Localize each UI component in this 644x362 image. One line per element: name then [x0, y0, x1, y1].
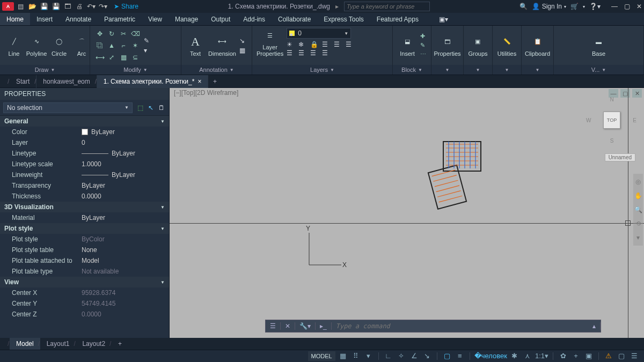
prop-value[interactable]: ByLayer: [78, 150, 169, 157]
ribbon-tab-output[interactable]: Output: [204, 13, 237, 25]
base-button[interactable]: ▬Base: [589, 34, 609, 57]
new-tab-button[interactable]: +: [208, 78, 221, 85]
prop-row[interactable]: LineweightByLayer: [0, 169, 169, 180]
search-icon[interactable]: 🔍: [519, 3, 528, 10]
prop-row[interactable]: Layer0: [0, 137, 169, 148]
block-attr-icon[interactable]: ⋯: [420, 51, 426, 58]
maximize-button[interactable]: ▢: [624, 3, 630, 10]
mirror-icon[interactable]: ▲: [106, 40, 117, 51]
ribbon-tab-express[interactable]: Express Tools: [317, 13, 370, 25]
groups-button[interactable]: ▣Groups: [468, 34, 487, 57]
isodraft-icon[interactable]: ∠: [409, 351, 420, 361]
search-box[interactable]: [344, 2, 430, 11]
prop-value[interactable]: ByLayer: [78, 128, 169, 136]
steering-wheel-icon[interactable]: ◎: [635, 178, 641, 186]
drawing-viewport[interactable]: [−][Top][2D Wireframe] — ▢ ✕ X Y N S E W…: [170, 88, 644, 338]
table-icon[interactable]: ▦: [239, 47, 245, 54]
osnap-icon[interactable]: ▢: [442, 351, 452, 361]
insert-button[interactable]: ⬓Insert: [398, 34, 417, 57]
clipboard-button[interactable]: 📋Clipboard: [526, 34, 549, 57]
anno-auto-icon[interactable]: ⋏: [522, 351, 533, 361]
trim-icon[interactable]: ✂: [118, 28, 129, 39]
panel-view-title[interactable]: V...▼: [554, 65, 643, 75]
selection-dropdown[interactable]: No selection▼: [3, 102, 133, 113]
scale-icon[interactable]: ⤢: [106, 52, 117, 63]
ribbon-tab-insert[interactable]: Insert: [30, 13, 59, 25]
arc-button[interactable]: ⌒Arc: [72, 34, 91, 57]
prop-value[interactable]: ByLayer: [78, 182, 169, 189]
pim-icon[interactable]: 🗒: [157, 104, 166, 112]
command-line[interactable]: ☰ ✕ 🔧▾ ▸_ ▴: [265, 320, 601, 333]
layout-add-button[interactable]: /+: [112, 338, 128, 350]
panel-layers-title[interactable]: Layers▼: [252, 65, 392, 75]
qat-saveas-icon[interactable]: 💾: [50, 1, 61, 12]
layer-tool-icon[interactable]: ☰: [298, 49, 309, 57]
ribbon-tab-featured[interactable]: Featured Apps: [370, 13, 425, 25]
modify-extra2-icon[interactable]: ▾: [144, 47, 149, 54]
panel-draw-title[interactable]: Draw▼: [0, 65, 90, 75]
fillet-icon[interactable]: ⌐: [118, 40, 129, 51]
workspace-icon[interactable]: ✿: [558, 351, 568, 361]
zoom-icon[interactable]: 🔍: [634, 206, 642, 213]
qat-plot-icon[interactable]: 🖨: [74, 1, 85, 12]
cmd-history-icon[interactable]: ☰: [266, 322, 281, 330]
prop-row[interactable]: Center X95928.6374: [0, 287, 169, 298]
cmd-close-icon[interactable]: ✕: [281, 322, 295, 330]
share-button[interactable]: ➤ Share: [114, 3, 138, 10]
ortho-icon[interactable]: ∟: [383, 351, 394, 361]
vp-max-icon[interactable]: ▢: [620, 89, 630, 98]
stretch-icon[interactable]: ⟷: [94, 52, 105, 63]
layer-tool-icon[interactable]: 🔒: [310, 41, 321, 48]
prop-value[interactable]: 0: [78, 139, 169, 146]
copy-icon[interactable]: ⿻: [94, 40, 105, 51]
exchange-icon[interactable]: ▾: [583, 4, 585, 9]
showmo-icon[interactable]: ▾: [636, 234, 640, 241]
prop-row[interactable]: Plot table attached toModel: [0, 255, 169, 266]
layout-tab-model[interactable]: /Model: [10, 338, 40, 350]
dwg-tab-start[interactable]: /Start: [10, 75, 36, 88]
prop-row[interactable]: Center Y54749.4145: [0, 298, 169, 309]
polar-icon[interactable]: ✧: [396, 351, 407, 361]
prop-value[interactable]: ByLayer: [78, 214, 169, 221]
prop-section[interactable]: Plot style▼: [0, 223, 169, 234]
scale-button[interactable]: 1:1 ▾: [535, 351, 548, 361]
grid-icon[interactable]: ▦: [338, 351, 348, 361]
viewcube-face[interactable]: TOP: [603, 112, 620, 129]
cart-icon[interactable]: 🛒: [570, 3, 579, 10]
prop-value[interactable]: 0.0000: [78, 193, 169, 200]
viewport-label[interactable]: [−][Top][2D Wireframe]: [174, 89, 238, 97]
prop-row[interactable]: Thickness0.0000: [0, 191, 169, 202]
circle-button[interactable]: ◯Circle: [49, 34, 69, 57]
text-button[interactable]: AText: [186, 34, 205, 57]
dwg-tab-2[interactable]: /1. Схема электрики. Розетки_*×: [97, 75, 209, 88]
properties-button[interactable]: 🗔Properties: [436, 34, 459, 57]
move-icon[interactable]: ✥: [94, 28, 105, 39]
prop-row[interactable]: Plot styleByColor: [0, 234, 169, 245]
prop-section[interactable]: View▼: [0, 277, 169, 287]
signin-button[interactable]: 👤Sign In▾: [532, 3, 566, 10]
layer-properties-button[interactable]: ☰Layer Properties: [257, 28, 283, 57]
layer-tool-icon[interactable]: ☰: [346, 41, 356, 48]
layer-combo[interactable]: ● 0 ▼: [287, 28, 351, 39]
block-create-icon[interactable]: ✚: [420, 33, 426, 40]
panel-utilities-title[interactable]: ▼: [493, 65, 521, 75]
offset-icon[interactable]: ⊆: [130, 52, 141, 63]
modify-extra1-icon[interactable]: ✎: [144, 37, 149, 45]
rotate-icon[interactable]: ↻: [106, 28, 117, 39]
anno-scale-icon[interactable]: ✱: [509, 351, 520, 361]
dimension-button[interactable]: ⟷Dimension: [208, 34, 236, 57]
layer-tool-icon[interactable]: ☰: [322, 49, 333, 57]
prop-value[interactable]: 54749.4145: [78, 300, 169, 307]
viewcube[interactable]: N S E W TOP: [590, 99, 633, 142]
unnamed-badge[interactable]: Unnamed: [605, 153, 635, 161]
layer-tool-icon[interactable]: ☰: [310, 49, 321, 57]
utilities-button[interactable]: 📏Utilities: [497, 34, 517, 57]
qat-new-icon[interactable]: ▤: [15, 1, 26, 12]
otrack-icon[interactable]: ↘: [422, 351, 433, 361]
layer-tool-icon[interactable]: ❄: [298, 41, 309, 48]
qat-undo-icon[interactable]: ↶▾: [86, 1, 97, 12]
prop-row[interactable]: MaterialByLayer: [0, 212, 169, 223]
block-edit-icon[interactable]: ✎: [420, 42, 426, 49]
ribbon-tab-home[interactable]: Home: [0, 13, 30, 25]
ribbon-tab-manage[interactable]: Manage: [169, 13, 204, 25]
